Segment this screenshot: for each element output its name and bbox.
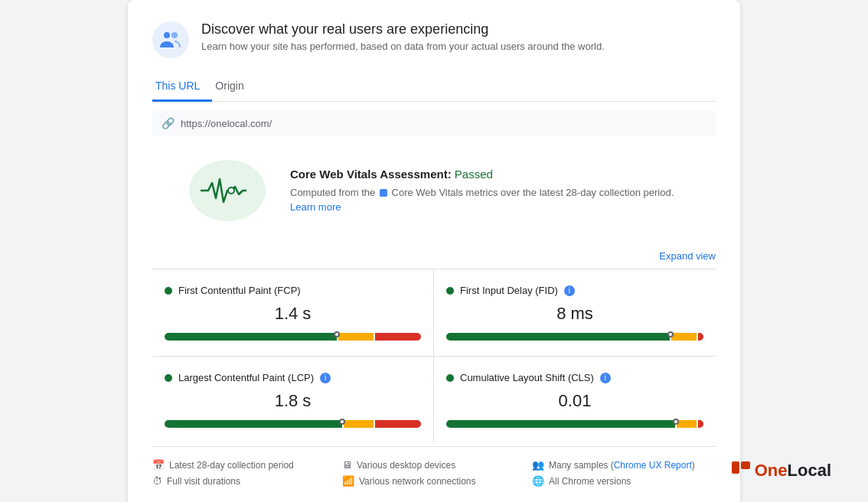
cwv-animation (189, 160, 266, 221)
footer-icon-2-0: 👥 (532, 459, 544, 471)
footer-link-2-0[interactable]: Chrome UX Report (614, 460, 692, 471)
footer-item-0-0: 📅Latest 28-day collection period (152, 459, 336, 471)
bar-green-3 (446, 420, 675, 428)
tabs-bar: This URL Origin (152, 73, 716, 102)
url-text: https://onelocal.com/ (181, 118, 272, 129)
expand-row: Expand view (152, 249, 716, 262)
footer-icon-2-1: 🌐 (532, 475, 544, 487)
metric-name-0: First Contentful Paint (FCP) (178, 285, 301, 296)
cwv-description: Computed from the Core Web Vitals metric… (290, 185, 674, 200)
bar-marker-dot-2 (339, 419, 345, 425)
bar-red-2 (375, 420, 421, 428)
metric-title-0: First Contentful Paint (FCP) (165, 285, 421, 296)
footer-col-0: 📅Latest 28-day collection period⏱Full vi… (152, 459, 336, 491)
metric-dot-1 (446, 287, 454, 295)
metric-dot-2 (165, 374, 172, 382)
metric-card-0: First Contentful Paint (FCP) 1.4 s (152, 269, 434, 357)
footer-icon-0-1: ⏱ (152, 475, 162, 487)
metrics-grid: First Contentful Paint (FCP) 1.4 s First… (152, 269, 716, 443)
tab-origin[interactable]: Origin (212, 73, 256, 102)
info-icon-1[interactable]: i (564, 285, 575, 296)
header-subtitle: Learn how your site has performed, based… (201, 41, 605, 52)
bar-marker-dot-0 (334, 331, 340, 337)
footer-text-1-1: Various network connections (359, 476, 476, 487)
footer-text-2-1: All Chrome versions (549, 476, 631, 487)
metric-bar-3 (446, 420, 703, 428)
metric-card-3: Cumulative Layout Shift (CLS) i 0.01 (434, 357, 716, 443)
svg-point-0 (164, 32, 170, 38)
cwv-text: Core Web Vitals Assessment: Passed Compu… (290, 168, 674, 214)
url-bar: 🔗 https://onelocal.com/ (152, 111, 716, 135)
bar-red-0 (375, 333, 421, 341)
footer-item-1-0: 🖥Various desktop devices (342, 459, 526, 471)
metric-value-3: 0.01 (446, 391, 703, 411)
header-section: Discover what your real users are experi… (152, 21, 716, 58)
onelocal-text: OneLocal (755, 461, 831, 481)
footer-col-2: 👥Many samples (Chrome UX Report)🌐All Chr… (532, 459, 716, 491)
metric-title-3: Cumulative Layout Shift (CLS) i (446, 372, 703, 383)
metric-name-2: Largest Contentful Paint (LCP) (178, 372, 314, 383)
footer-icon-0-0: 📅 (152, 459, 165, 471)
bar-marker-1 (667, 331, 674, 343)
footer-item-2-1: 🌐All Chrome versions (532, 475, 716, 487)
bar-orange-1 (671, 333, 697, 341)
info-icon-3[interactable]: i (600, 373, 611, 383)
footer-icon-1-0: 🖥 (342, 459, 352, 471)
metric-card-2: Largest Contentful Paint (LCP) i 1.8 s (152, 357, 434, 443)
link-icon: 🔗 (162, 117, 175, 129)
crux-dot (380, 189, 387, 197)
cwv-label: Core Web Vitals Assessment: Passed (290, 168, 674, 181)
metric-card-1: First Input Delay (FID) i 8 ms (434, 269, 716, 357)
footer-item-1-1: 📶Various network connections (342, 475, 526, 487)
cwv-status: Passed (455, 168, 493, 181)
header-icon (152, 21, 189, 58)
footer-text-0-1: Full visit durations (167, 476, 240, 487)
metric-value-2: 1.8 s (165, 391, 421, 411)
svg-point-1 (171, 32, 178, 38)
bar-red-3 (698, 420, 703, 428)
footer-item-0-1: ⏱Full visit durations (152, 475, 336, 487)
bar-marker-dot-3 (673, 419, 679, 425)
header-text: Discover what your real users are experi… (201, 21, 605, 52)
expand-link[interactable]: Expand view (659, 250, 716, 262)
bar-marker-dot-1 (667, 331, 674, 337)
metric-bar-1 (446, 333, 703, 341)
metric-value-1: 8 ms (446, 304, 703, 324)
footer-item-2-0: 👥Many samples (Chrome UX Report) (532, 459, 716, 471)
svg-rect-4 (732, 461, 739, 474)
info-icon-2[interactable]: i (320, 373, 331, 383)
metric-bar-2 (165, 420, 421, 428)
metric-dot-0 (165, 287, 172, 295)
svg-rect-5 (741, 461, 750, 469)
footer-section: 📅Latest 28-day collection period⏱Full vi… (152, 446, 716, 491)
main-card: Discover what your real users are experi… (128, 0, 740, 502)
svg-point-3 (229, 188, 233, 193)
bar-orange-2 (344, 420, 374, 428)
learn-more-link[interactable]: Learn more (290, 201, 341, 213)
metric-name-3: Cumulative Layout Shift (CLS) (460, 372, 594, 383)
onelocal-icon (730, 457, 752, 484)
bar-green-2 (165, 420, 342, 428)
bar-red-1 (698, 333, 703, 341)
footer-text-1-0: Various desktop devices (357, 460, 455, 471)
metric-title-1: First Input Delay (FID) i (446, 285, 703, 296)
footer-text-0-0: Latest 28-day collection period (169, 460, 294, 471)
metric-value-0: 1.4 s (165, 304, 421, 324)
footer-text-2-0: Many samples (Chrome UX Report) (549, 460, 695, 471)
footer-col-1: 🖥Various desktop devices📶Various network… (342, 459, 526, 491)
metric-title-2: Largest Contentful Paint (LCP) i (165, 372, 421, 383)
bar-marker-3 (672, 418, 680, 430)
metric-bar-0 (165, 333, 421, 341)
bar-green-0 (165, 333, 337, 341)
bar-orange-0 (338, 333, 374, 341)
bar-marker-0 (333, 331, 341, 343)
metric-dot-3 (446, 374, 454, 382)
tab-this-url[interactable]: This URL (152, 73, 212, 102)
cwv-section: Core Web Vitals Assessment: Passed Compu… (152, 148, 716, 233)
metric-name-1: First Input Delay (FID) (460, 285, 558, 296)
header-title: Discover what your real users are experi… (201, 21, 605, 37)
onelocal-logo: OneLocal (730, 457, 831, 484)
footer-icon-1-1: 📶 (342, 475, 354, 487)
bar-marker-2 (338, 418, 346, 430)
bar-green-1 (446, 333, 670, 341)
